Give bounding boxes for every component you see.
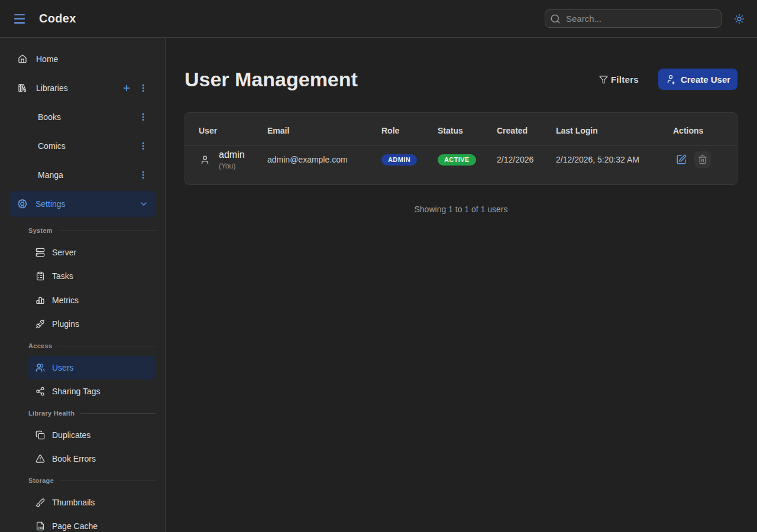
svg-text:PDF: PDF bbox=[38, 527, 44, 530]
